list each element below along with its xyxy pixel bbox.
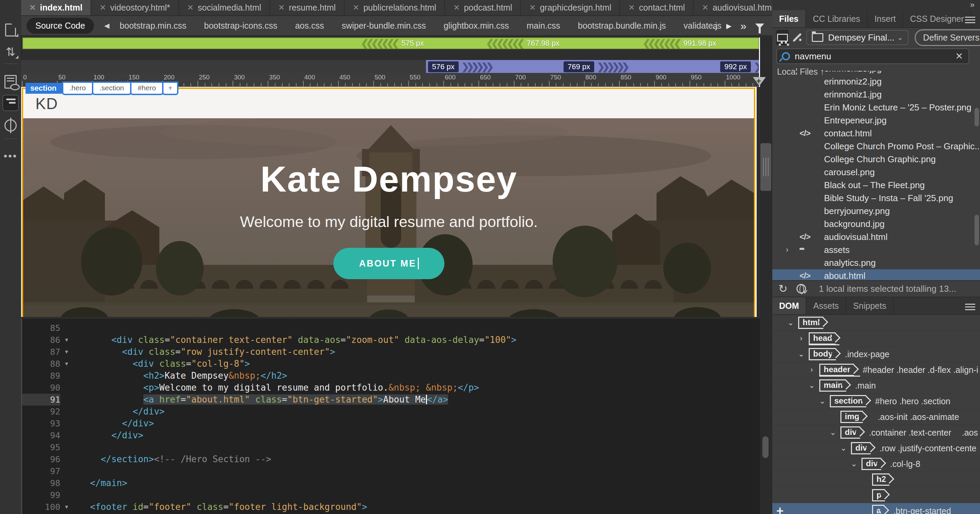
live-view-options-icon[interactable] xyxy=(0,74,21,89)
expand-node-icon[interactable]: › xyxy=(808,366,816,374)
dom-tag-pill[interactable]: a xyxy=(872,505,884,514)
code-line[interactable]: 98 </main> xyxy=(22,477,760,489)
dom-tree-row[interactable]: +a.btn-get-started xyxy=(772,503,980,514)
code-line[interactable]: 93 </div> xyxy=(22,418,760,429)
related-file[interactable]: bootstrap.bundle.min.js xyxy=(578,21,666,31)
code-line[interactable]: 88▼ <div class="col-lg-8"> xyxy=(22,358,760,370)
file-row[interactable]: College Church Promo Post – Graphic.... xyxy=(772,140,980,153)
dom-tag-pill[interactable]: head xyxy=(809,332,835,345)
close-tab-icon[interactable]: ✕ xyxy=(353,3,359,12)
breakpoint-chip[interactable]: 576 px❯❯❯❯❯❯ xyxy=(428,61,491,72)
related-file[interactable]: bootstrap-icons.css xyxy=(204,21,277,31)
document-tab[interactable]: ✕resume.html xyxy=(270,0,345,15)
file-sync-icon[interactable]: ⇅ xyxy=(0,44,21,59)
publish-status-icon[interactable] xyxy=(797,284,806,294)
dom-tree-row[interactable]: ⌄section#hero .hero .section xyxy=(772,393,980,409)
collapse-node-icon[interactable]: ⌄ xyxy=(850,460,858,468)
related-file-overflow[interactable]: a xyxy=(713,21,718,31)
file-row[interactable]: Erin Moniz Lecture – '25 – Poster.png xyxy=(772,101,980,114)
related-file[interactable]: bootstrap.min.css xyxy=(119,21,186,31)
document-tab[interactable]: ✕podcast.html xyxy=(445,0,521,15)
dom-tree-row[interactable]: ›head xyxy=(772,330,980,346)
file-row[interactable]: College Church Graphic.png xyxy=(772,153,980,166)
dom-tag-pill[interactable]: main xyxy=(819,379,846,392)
document-tab[interactable]: ✕socialmedia.html xyxy=(179,0,270,15)
collapse-node-icon[interactable]: ⌄ xyxy=(797,350,805,359)
panel-menu-icon[interactable] xyxy=(965,15,975,25)
dom-tree-row[interactable]: ⌄html xyxy=(772,315,980,331)
scroll-left-icon[interactable]: ◀ xyxy=(104,21,109,30)
expand-node-icon[interactable]: › xyxy=(797,334,805,343)
dom-tag-pill[interactable]: section xyxy=(830,395,866,407)
dom-tab-assets[interactable]: Assets xyxy=(807,297,846,314)
file-row[interactable]: background.jpg xyxy=(772,217,980,230)
close-tab-icon[interactable]: ✕ xyxy=(187,3,194,12)
more-options-icon[interactable]: ••• xyxy=(0,148,21,164)
code-fold-icon[interactable]: ▼ xyxy=(65,334,68,346)
media-query-label[interactable]: ❮❮❮❮❮❮❮767.98 px xyxy=(485,38,560,48)
file-row[interactable]: erinmoniz1.jpg xyxy=(772,88,980,101)
dom-tree-row[interactable]: ›header#header .header .d-flex .align-i xyxy=(772,362,980,378)
dom-tag-pill[interactable]: div xyxy=(851,442,871,454)
code-line[interactable]: 95 xyxy=(22,441,760,453)
dom-tag-pill[interactable]: div xyxy=(840,426,860,439)
element-class-chip[interactable]: .section xyxy=(93,83,130,94)
viewport-resize-handle[interactable] xyxy=(760,143,771,191)
add-class-chip[interactable]: + xyxy=(164,83,177,94)
collapse-node-icon[interactable]: ⌄ xyxy=(808,381,816,390)
close-tab-icon[interactable]: ✕ xyxy=(99,3,106,12)
code-fold-icon[interactable]: ▼ xyxy=(65,346,68,358)
expand-folder-icon[interactable]: › xyxy=(786,246,788,254)
panel-tab-css-designer[interactable]: CSS Designer xyxy=(903,10,971,27)
define-servers-button[interactable]: Define Servers xyxy=(915,29,980,46)
scroll-right-icon[interactable]: ▶ xyxy=(726,22,732,30)
dom-tree-row[interactable]: ⌄body.index-page xyxy=(772,346,980,362)
filter-icon[interactable] xyxy=(755,24,764,29)
code-fold-icon[interactable]: ▼ xyxy=(65,501,68,513)
close-tab-icon[interactable]: ✕ xyxy=(628,3,635,12)
file-row[interactable]: berryjourney.png xyxy=(772,204,980,217)
related-file[interactable]: main.css xyxy=(527,21,560,31)
file-row[interactable]: </>contact.html xyxy=(772,127,980,140)
collapse-panels-icon[interactable]: » xyxy=(970,0,975,10)
collapse-node-icon[interactable]: ⌄ xyxy=(839,444,848,453)
code-line[interactable]: 99 xyxy=(22,489,760,501)
format-outline-button[interactable] xyxy=(2,95,19,111)
close-tab-icon[interactable]: ✕ xyxy=(29,3,36,12)
code-line[interactable]: 97 xyxy=(22,465,760,477)
dom-tree-row[interactable]: ⌄main.main xyxy=(772,378,980,394)
dom-tag-pill[interactable]: img xyxy=(840,411,863,423)
media-query-bar[interactable]: ❮❮❮❮❮❮❮575 px❮❮❮❮❮❮❮767.98 px❮❮❮❮❮❮❮991.… xyxy=(22,37,759,49)
code-fold-icon[interactable]: ▼ xyxy=(65,358,68,370)
document-tab[interactable]: ✕publicrelations.html xyxy=(345,0,445,15)
code-view[interactable]: 8586▼ <div class="container text-center"… xyxy=(21,319,760,514)
code-line[interactable]: 100▼ <footer id="footer" class="footer l… xyxy=(22,501,760,513)
file-row[interactable]: Bible Study – Insta – Fall '25.png xyxy=(772,192,980,204)
collapse-node-icon[interactable]: ⌄ xyxy=(818,397,826,405)
clear-search-icon[interactable]: ✕ xyxy=(955,51,963,62)
related-file[interactable]: glightbox.min.css xyxy=(444,21,509,31)
dom-tag-pill[interactable]: html xyxy=(798,317,823,329)
code-line[interactable]: 91 <a href="about.html" class="btn-get-s… xyxy=(22,394,760,405)
close-tab-icon[interactable]: ✕ xyxy=(529,3,536,12)
close-tab-icon[interactable]: ✕ xyxy=(702,3,708,12)
element-class-chip[interactable]: #hero xyxy=(131,83,162,94)
dom-tab-dom[interactable]: DOM xyxy=(772,297,807,314)
element-class-chip[interactable]: .hero xyxy=(63,83,92,94)
file-row[interactable]: analytics.png xyxy=(772,256,980,269)
file-row[interactable]: erinmoniz3.jpg xyxy=(772,71,980,75)
document-tab[interactable]: ✕audiovisual.html xyxy=(694,0,783,15)
close-tab-icon[interactable]: ✕ xyxy=(278,3,285,12)
dom-panel-menu-icon[interactable] xyxy=(965,302,975,312)
dom-tree-row[interactable]: img.aos-init .aos-animate xyxy=(772,409,980,425)
file-row[interactable]: </>about.html xyxy=(772,269,980,280)
document-tab[interactable]: ✕videostory.html* xyxy=(91,0,179,15)
code-line[interactable]: 87▼ <div class="row justify-content-cent… xyxy=(22,346,760,358)
files-scrollbar-thumb[interactable] xyxy=(975,215,979,246)
code-scrollbar-thumb[interactable] xyxy=(762,436,768,458)
inspect-target-icon[interactable] xyxy=(0,118,21,133)
dom-tag-pill[interactable]: body xyxy=(809,348,836,360)
file-row[interactable]: </>audiovisual.html xyxy=(772,230,980,243)
related-file[interactable]: aos.css xyxy=(295,21,324,31)
file-row[interactable]: ›assets xyxy=(772,243,980,256)
